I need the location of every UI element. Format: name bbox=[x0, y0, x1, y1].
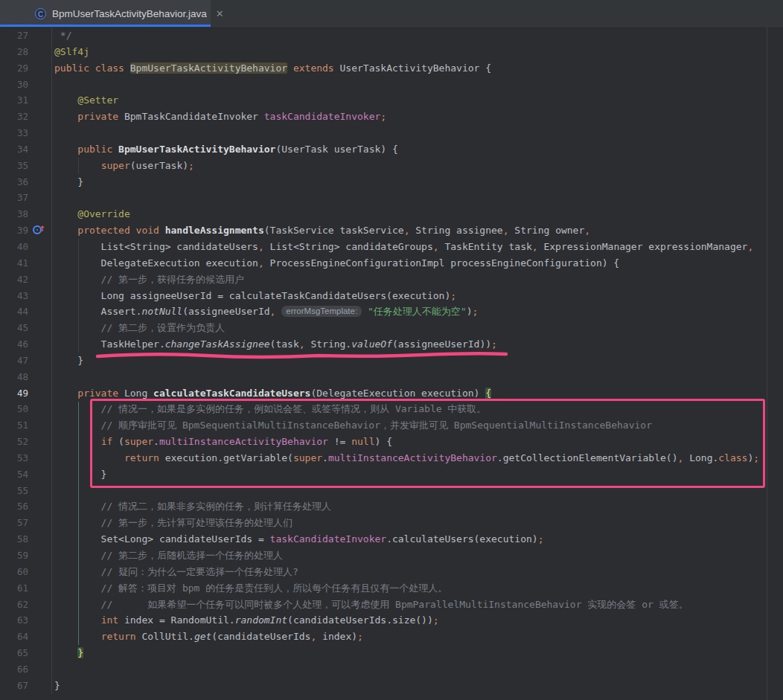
code-line-41[interactable]: 41 DelegateExecution execution, ProcessE… bbox=[0, 255, 783, 272]
code-line-27[interactable]: 27 */ bbox=[0, 28, 783, 44]
line-number[interactable]: 28 bbox=[0, 44, 28, 60]
line-number[interactable]: 49 bbox=[0, 385, 28, 402]
code-line-66[interactable]: 66 bbox=[0, 661, 783, 678]
line-number[interactable]: 31 bbox=[0, 92, 28, 109]
gutter-icon-slot bbox=[28, 174, 52, 190]
line-number[interactable]: 55 bbox=[0, 483, 28, 499]
line-number[interactable]: 62 bbox=[0, 597, 28, 613]
line-number[interactable]: 59 bbox=[0, 548, 28, 564]
code-line-31[interactable]: 31 @Setter bbox=[0, 92, 783, 109]
line-number[interactable]: 66 bbox=[0, 661, 28, 678]
line-number[interactable]: 57 bbox=[0, 515, 28, 531]
code-line-64[interactable]: 64 return CollUtil.get(candidateUserIds,… bbox=[0, 629, 783, 645]
code-line-47[interactable]: 47 } bbox=[0, 353, 783, 369]
line-number[interactable]: 42 bbox=[0, 272, 28, 288]
code-line-56[interactable]: 56 // 情况二，如果非多实例的任务，则计算任务处理人 bbox=[0, 498, 783, 515]
code-line-42[interactable]: 42 // 第一步，获得任务的候选用户 bbox=[0, 272, 783, 288]
code-line-54[interactable]: 54 } bbox=[0, 466, 783, 483]
line-number[interactable]: 50 bbox=[0, 401, 28, 417]
line-number[interactable]: 52 bbox=[0, 434, 28, 450]
line-number[interactable]: 53 bbox=[0, 450, 28, 466]
line-number[interactable]: 44 bbox=[0, 304, 28, 320]
line-number[interactable]: 54 bbox=[0, 466, 28, 483]
line-number[interactable]: 45 bbox=[0, 320, 28, 336]
line-number[interactable]: 30 bbox=[0, 77, 28, 93]
line-number[interactable]: 34 bbox=[0, 141, 28, 158]
line-number[interactable]: 39 bbox=[0, 222, 28, 239]
code-line-60[interactable]: 60 // 疑问：为什么一定要选择一个任务处理人? bbox=[0, 564, 783, 580]
overriding-method-icon[interactable] bbox=[33, 225, 42, 234]
tab-close-icon[interactable]: ✕ bbox=[216, 8, 224, 19]
gutter-icon-slot bbox=[28, 661, 52, 678]
line-number[interactable]: 29 bbox=[0, 60, 28, 77]
line-number[interactable]: 58 bbox=[0, 531, 28, 548]
code-line-44[interactable]: 44 Assert.notNull(assigneeUserId, errorM… bbox=[0, 304, 783, 320]
code-line-55[interactable]: 55 bbox=[0, 483, 783, 499]
code-line-57[interactable]: 57 // 第一步，先计算可处理该任务的处理人们 bbox=[0, 515, 783, 531]
gutter-icon-slot bbox=[28, 158, 52, 174]
line-number[interactable]: 48 bbox=[0, 369, 28, 385]
code-line-38[interactable]: 38 @Override bbox=[0, 206, 783, 222]
code-line-65[interactable]: 65 } bbox=[0, 645, 783, 661]
line-number[interactable]: 51 bbox=[0, 417, 28, 434]
code-text: Set<Long> candidateUserIds = taskCandida… bbox=[52, 531, 543, 548]
code-line-51[interactable]: 51 // 顺序审批可见 BpmSequentialMultiInstanceB… bbox=[0, 417, 783, 434]
line-number[interactable]: 64 bbox=[0, 629, 28, 645]
gutter-icon-slot bbox=[28, 531, 52, 548]
line-number[interactable]: 65 bbox=[0, 645, 28, 661]
line-number[interactable]: 40 bbox=[0, 239, 28, 255]
code-line-32[interactable]: 32 private BpmTaskCandidateInvoker taskC… bbox=[0, 109, 783, 125]
code-text: @Slf4j bbox=[52, 44, 89, 60]
code-line-30[interactable]: 30 bbox=[0, 77, 783, 93]
line-number[interactable]: 27 bbox=[0, 28, 28, 44]
line-number[interactable]: 46 bbox=[0, 336, 28, 353]
code-line-59[interactable]: 59 // 第二步，后随机选择一个任务的处理人 bbox=[0, 548, 783, 564]
code-line-58[interactable]: 58 Set<Long> candidateUserIds = taskCand… bbox=[0, 531, 783, 548]
code-line-34[interactable]: 34 public BpmUserTaskActivityBehavior(Us… bbox=[0, 141, 783, 158]
code-line-67[interactable]: 67} bbox=[0, 678, 783, 694]
code-line-45[interactable]: 45 // 第二步，设置作为负责人 bbox=[0, 320, 783, 336]
gutter-icon-slot bbox=[28, 190, 52, 206]
code-line-37[interactable]: 37 bbox=[0, 190, 783, 206]
code-line-49[interactable]: 49 private Long calculateTaskCandidateUs… bbox=[0, 385, 783, 402]
gutter-icon-slot bbox=[28, 498, 52, 515]
code-line-52[interactable]: 52 if (super.multiInstanceActivityBehavi… bbox=[0, 434, 783, 450]
gutter-icon-slot bbox=[28, 434, 52, 450]
line-number[interactable]: 36 bbox=[0, 174, 28, 190]
line-number[interactable]: 67 bbox=[0, 678, 28, 694]
code-line-48[interactable]: 48 bbox=[0, 369, 783, 385]
line-number[interactable]: 33 bbox=[0, 125, 28, 141]
code-text bbox=[52, 661, 54, 678]
code-line-61[interactable]: 61 // 解答：项目对 bpm 的任务是责任到人，所以每个任务有且仅有一个处理… bbox=[0, 580, 783, 597]
line-number[interactable]: 37 bbox=[0, 190, 28, 206]
gutter-icon-slot bbox=[28, 255, 52, 272]
editor[interactable]: 27 */28@Slf4j29public class BpmUserTaskA… bbox=[0, 28, 783, 700]
line-number[interactable]: 61 bbox=[0, 580, 28, 597]
code-line-43[interactable]: 43 Long assigneeUserId = calculateTaskCa… bbox=[0, 288, 783, 304]
code-line-39[interactable]: 39 protected void handleAssignments(Task… bbox=[0, 222, 783, 239]
code-line-63[interactable]: 63 int index = RandomUtil.randomInt(cand… bbox=[0, 612, 783, 629]
line-number[interactable]: 60 bbox=[0, 564, 28, 580]
editor-tab[interactable]: C BpmUserTaskActivityBehavior.java ✕ bbox=[0, 0, 211, 27]
gutter-icon-slot bbox=[28, 645, 52, 661]
code-line-33[interactable]: 33 bbox=[0, 125, 783, 141]
code-line-36[interactable]: 36 } bbox=[0, 174, 783, 190]
line-number[interactable]: 41 bbox=[0, 255, 28, 272]
gutter-icon-slot bbox=[28, 320, 52, 336]
line-number[interactable]: 43 bbox=[0, 288, 28, 304]
line-number[interactable]: 32 bbox=[0, 109, 28, 125]
line-number[interactable]: 63 bbox=[0, 612, 28, 629]
code-line-35[interactable]: 35 super(userTask); bbox=[0, 158, 783, 174]
line-number[interactable]: 56 bbox=[0, 498, 28, 515]
line-number[interactable]: 38 bbox=[0, 206, 28, 222]
code-line-29[interactable]: 29public class BpmUserTaskActivityBehavi… bbox=[0, 60, 783, 77]
code-line-46[interactable]: 46 TaskHelper.changeTaskAssignee(task, S… bbox=[0, 336, 783, 353]
code-line-53[interactable]: 53 return execution.getVariable(super.mu… bbox=[0, 450, 783, 466]
code-line-62[interactable]: 62 // 如果希望一个任务可以同时被多个人处理，可以考虑使用 BpmParal… bbox=[0, 597, 783, 613]
code-line-50[interactable]: 50 // 情况一，如果是多实例的任务，例如说会签、或签等情况，则从 Varia… bbox=[0, 401, 783, 417]
code-line-28[interactable]: 28@Slf4j bbox=[0, 44, 783, 60]
code-line-40[interactable]: 40 List<String> candidateUsers, List<Str… bbox=[0, 239, 783, 255]
code-text: // 如果希望一个任务可以同时被多个人处理，可以考虑使用 BpmParallel… bbox=[52, 597, 688, 613]
line-number[interactable]: 35 bbox=[0, 158, 28, 174]
line-number[interactable]: 47 bbox=[0, 353, 28, 369]
